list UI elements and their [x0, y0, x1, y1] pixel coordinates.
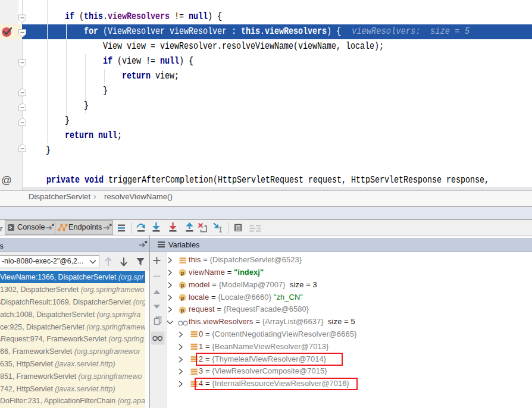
- svg-text:p: p: [181, 306, 184, 313]
- svg-text:p: p: [181, 294, 184, 301]
- svg-text:p: p: [181, 269, 184, 276]
- svg-text:p: p: [181, 282, 184, 288]
